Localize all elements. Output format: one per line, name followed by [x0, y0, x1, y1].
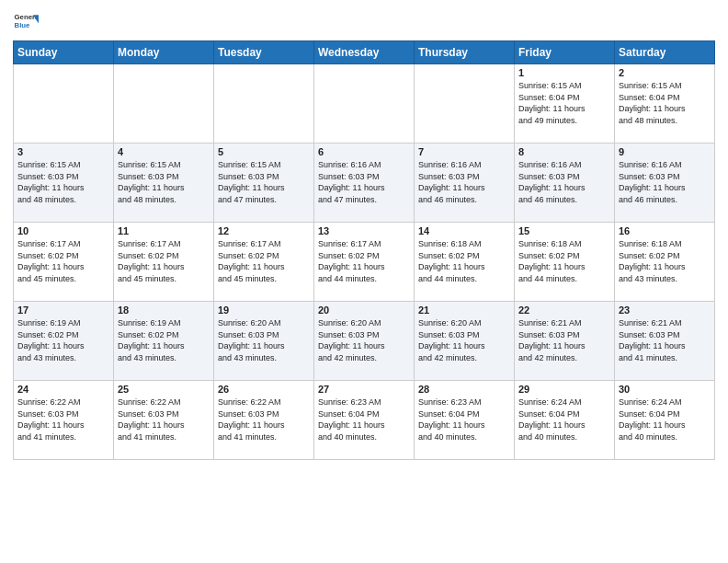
day-info: Sunrise: 6:22 AM Sunset: 6:03 PM Dayligh…	[218, 396, 310, 442]
calendar-cell: 23Sunrise: 6:21 AM Sunset: 6:03 PM Dayli…	[615, 302, 715, 381]
calendar-cell: 15Sunrise: 6:18 AM Sunset: 6:02 PM Dayli…	[515, 223, 615, 302]
calendar-cell: 14Sunrise: 6:18 AM Sunset: 6:02 PM Dayli…	[415, 223, 515, 302]
day-info: Sunrise: 6:15 AM Sunset: 6:04 PM Dayligh…	[619, 80, 711, 126]
calendar-cell: 20Sunrise: 6:20 AM Sunset: 6:03 PM Dayli…	[314, 302, 415, 381]
calendar-cell: 30Sunrise: 6:24 AM Sunset: 6:04 PM Dayli…	[615, 381, 715, 460]
day-number: 13	[318, 225, 410, 236]
day-number: 18	[118, 304, 210, 316]
week-row-2: 10Sunrise: 6:17 AM Sunset: 6:02 PM Dayli…	[14, 223, 715, 302]
calendar-cell	[214, 64, 314, 144]
weekday-header-wednesday: Wednesday	[314, 41, 415, 64]
day-info: Sunrise: 6:20 AM Sunset: 6:03 PM Dayligh…	[218, 317, 310, 363]
day-number: 7	[418, 146, 510, 157]
weekday-header-thursday: Thursday	[415, 41, 515, 64]
day-number: 10	[17, 225, 109, 236]
day-info: Sunrise: 6:16 AM Sunset: 6:03 PM Dayligh…	[518, 159, 610, 205]
day-info: Sunrise: 6:18 AM Sunset: 6:02 PM Dayligh…	[518, 238, 610, 284]
day-info: Sunrise: 6:18 AM Sunset: 6:02 PM Dayligh…	[418, 238, 510, 284]
day-number: 29	[518, 384, 610, 395]
day-number: 23	[619, 304, 711, 316]
day-number: 25	[118, 384, 210, 395]
calendar-cell: 16Sunrise: 6:18 AM Sunset: 6:02 PM Dayli…	[615, 223, 715, 302]
calendar-cell: 10Sunrise: 6:17 AM Sunset: 6:02 PM Dayli…	[14, 223, 114, 302]
day-info: Sunrise: 6:17 AM Sunset: 6:02 PM Dayligh…	[318, 238, 410, 284]
day-number: 11	[118, 225, 210, 236]
day-number: 8	[518, 146, 610, 157]
weekday-header-saturday: Saturday	[615, 41, 715, 64]
day-number: 27	[318, 384, 410, 395]
calendar-cell: 21Sunrise: 6:20 AM Sunset: 6:03 PM Dayli…	[415, 302, 515, 381]
calendar-table: SundayMondayTuesdayWednesdayThursdayFrid…	[13, 40, 715, 460]
day-info: Sunrise: 6:19 AM Sunset: 6:02 PM Dayligh…	[118, 317, 210, 363]
weekday-header-sunday: Sunday	[14, 41, 114, 64]
day-info: Sunrise: 6:22 AM Sunset: 6:03 PM Dayligh…	[17, 396, 109, 442]
day-info: Sunrise: 6:24 AM Sunset: 6:04 PM Dayligh…	[619, 396, 711, 442]
weekday-header-row: SundayMondayTuesdayWednesdayThursdayFrid…	[14, 41, 715, 64]
logo-icon: General Blue	[13, 9, 39, 35]
day-number: 12	[218, 225, 310, 236]
calendar-cell: 9Sunrise: 6:16 AM Sunset: 6:03 PM Daylig…	[615, 144, 715, 223]
calendar-cell: 7Sunrise: 6:16 AM Sunset: 6:03 PM Daylig…	[415, 144, 515, 223]
day-number: 3	[17, 146, 109, 157]
day-info: Sunrise: 6:21 AM Sunset: 6:03 PM Dayligh…	[619, 317, 711, 363]
day-info: Sunrise: 6:15 AM Sunset: 6:03 PM Dayligh…	[118, 159, 210, 205]
day-number: 6	[318, 146, 410, 157]
day-info: Sunrise: 6:24 AM Sunset: 6:04 PM Dayligh…	[518, 396, 610, 442]
day-info: Sunrise: 6:20 AM Sunset: 6:03 PM Dayligh…	[418, 317, 510, 363]
day-info: Sunrise: 6:21 AM Sunset: 6:03 PM Dayligh…	[518, 317, 610, 363]
calendar-cell: 2Sunrise: 6:15 AM Sunset: 6:04 PM Daylig…	[615, 64, 715, 144]
day-number: 30	[619, 384, 711, 395]
calendar-cell: 17Sunrise: 6:19 AM Sunset: 6:02 PM Dayli…	[14, 302, 114, 381]
day-number: 5	[218, 146, 310, 157]
calendar-cell: 11Sunrise: 6:17 AM Sunset: 6:02 PM Dayli…	[114, 223, 214, 302]
calendar-cell: 4Sunrise: 6:15 AM Sunset: 6:03 PM Daylig…	[114, 144, 214, 223]
day-number: 4	[118, 146, 210, 157]
day-info: Sunrise: 6:16 AM Sunset: 6:03 PM Dayligh…	[318, 159, 410, 205]
day-number: 16	[619, 225, 711, 236]
weekday-header-friday: Friday	[515, 41, 615, 64]
calendar-cell: 8Sunrise: 6:16 AM Sunset: 6:03 PM Daylig…	[515, 144, 615, 223]
day-info: Sunrise: 6:16 AM Sunset: 6:03 PM Dayligh…	[418, 159, 510, 205]
header: General Blue	[13, 9, 715, 35]
calendar-cell: 26Sunrise: 6:22 AM Sunset: 6:03 PM Dayli…	[214, 381, 314, 460]
svg-text:Blue: Blue	[15, 21, 31, 29]
day-info: Sunrise: 6:15 AM Sunset: 6:04 PM Dayligh…	[518, 80, 610, 126]
calendar-cell: 5Sunrise: 6:15 AM Sunset: 6:03 PM Daylig…	[214, 144, 314, 223]
day-number: 24	[17, 384, 109, 395]
calendar-cell: 3Sunrise: 6:15 AM Sunset: 6:03 PM Daylig…	[14, 144, 114, 223]
day-number: 21	[418, 304, 510, 316]
day-number: 1	[518, 67, 610, 78]
day-info: Sunrise: 6:17 AM Sunset: 6:02 PM Dayligh…	[218, 238, 310, 284]
calendar-cell: 1Sunrise: 6:15 AM Sunset: 6:04 PM Daylig…	[515, 64, 615, 144]
week-row-0: 1Sunrise: 6:15 AM Sunset: 6:04 PM Daylig…	[14, 64, 715, 144]
day-info: Sunrise: 6:15 AM Sunset: 6:03 PM Dayligh…	[17, 159, 109, 205]
calendar-cell: 29Sunrise: 6:24 AM Sunset: 6:04 PM Dayli…	[515, 381, 615, 460]
day-number: 14	[418, 225, 510, 236]
calendar-cell	[415, 64, 515, 144]
day-info: Sunrise: 6:17 AM Sunset: 6:02 PM Dayligh…	[17, 238, 109, 284]
calendar-cell: 18Sunrise: 6:19 AM Sunset: 6:02 PM Dayli…	[114, 302, 214, 381]
calendar-cell: 6Sunrise: 6:16 AM Sunset: 6:03 PM Daylig…	[314, 144, 415, 223]
day-number: 15	[518, 225, 610, 236]
day-info: Sunrise: 6:17 AM Sunset: 6:02 PM Dayligh…	[118, 238, 210, 284]
day-info: Sunrise: 6:18 AM Sunset: 6:02 PM Dayligh…	[619, 238, 711, 284]
day-info: Sunrise: 6:15 AM Sunset: 6:03 PM Dayligh…	[218, 159, 310, 205]
day-number: 9	[619, 146, 711, 157]
day-number: 17	[17, 304, 109, 316]
day-info: Sunrise: 6:23 AM Sunset: 6:04 PM Dayligh…	[418, 396, 510, 442]
day-info: Sunrise: 6:19 AM Sunset: 6:02 PM Dayligh…	[17, 317, 109, 363]
day-number: 2	[619, 67, 711, 78]
calendar-cell	[314, 64, 415, 144]
day-info: Sunrise: 6:23 AM Sunset: 6:04 PM Dayligh…	[318, 396, 410, 442]
day-number: 26	[218, 384, 310, 395]
week-row-4: 24Sunrise: 6:22 AM Sunset: 6:03 PM Dayli…	[14, 381, 715, 460]
calendar-cell: 12Sunrise: 6:17 AM Sunset: 6:02 PM Dayli…	[214, 223, 314, 302]
day-info: Sunrise: 6:20 AM Sunset: 6:03 PM Dayligh…	[318, 317, 410, 363]
day-number: 22	[518, 304, 610, 316]
day-info: Sunrise: 6:22 AM Sunset: 6:03 PM Dayligh…	[118, 396, 210, 442]
day-number: 19	[218, 304, 310, 316]
calendar-cell: 13Sunrise: 6:17 AM Sunset: 6:02 PM Dayli…	[314, 223, 415, 302]
weekday-header-tuesday: Tuesday	[214, 41, 314, 64]
calendar-cell: 25Sunrise: 6:22 AM Sunset: 6:03 PM Dayli…	[114, 381, 214, 460]
calendar-cell: 22Sunrise: 6:21 AM Sunset: 6:03 PM Dayli…	[515, 302, 615, 381]
